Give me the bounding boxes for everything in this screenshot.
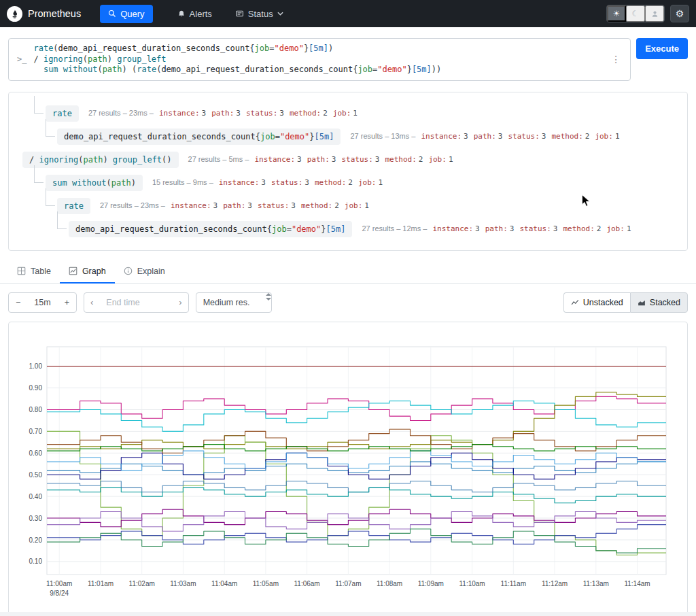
info-icon (124, 267, 133, 275)
tree-node-stats: 27 results – 5ms –instance:3path:3status… (188, 155, 453, 164)
search-icon (108, 10, 116, 18)
range-increase-button[interactable]: + (58, 293, 76, 312)
graph-controls: − 15m + ‹ End time › Medium res. Unstack… (8, 292, 688, 313)
svg-text:11:02am: 11:02am (129, 580, 155, 587)
nav-query-label: Query (120, 9, 144, 19)
result-tabs: Table Graph Explain (0, 260, 696, 284)
tree-row: demo_api_request_duration_seconds_count{… (18, 218, 678, 241)
sun-icon: ☀ (613, 9, 621, 18)
end-time-picker: ‹ End time › (84, 292, 189, 313)
tab-table[interactable]: Table (8, 260, 60, 284)
brand-name: Prometheus (28, 8, 81, 19)
unstacked-label: Unstacked (583, 298, 623, 307)
range-stepper: − 15m + (8, 292, 77, 313)
tree-connector (34, 96, 44, 114)
svg-text:11:11am: 11:11am (501, 580, 526, 587)
end-time-input[interactable]: End time (99, 293, 173, 312)
tree-node-stats: 15 results – 9ms –instance:3status:3meth… (152, 178, 383, 187)
query-editor-row: >_ rate(demo_api_request_duration_second… (8, 38, 688, 81)
moon-icon: ☾ (632, 9, 640, 18)
query-editor[interactable]: >_ rate(demo_api_request_duration_second… (8, 38, 631, 81)
navbar-right: ☀ ☾ ⚙ (606, 5, 689, 22)
code-line: sum without(path) (rate(demo_api_request… (33, 65, 608, 75)
prometheus-logo-icon (7, 6, 22, 22)
svg-text:0.80: 0.80 (29, 406, 43, 413)
code-line: rate(demo_api_request_duration_seconds_c… (33, 44, 608, 54)
tab-graph-label: Graph (82, 267, 106, 276)
tree-node-stats: 27 results – 12ms –instance:3path:3statu… (362, 224, 631, 233)
query-tree: rate27 results – 23ms –instance:3path:3s… (18, 102, 678, 241)
editor-menu-button[interactable]: ⋮ (608, 54, 623, 65)
tree-node-chip[interactable]: / ignoring(path) group_left() (22, 152, 179, 168)
svg-text:1.00: 1.00 (29, 362, 43, 370)
range-decrease-button[interactable]: − (9, 293, 27, 312)
tree-row: demo_api_request_duration_seconds_count{… (18, 125, 678, 148)
time-back-button[interactable]: ‹ (84, 293, 99, 312)
tree-row: sum without(path)15 results – 9ms –insta… (18, 171, 678, 194)
nav-status-link[interactable]: Status (228, 5, 290, 23)
svg-text:0.40: 0.40 (29, 492, 43, 500)
svg-text:11:09am: 11:09am (418, 580, 444, 587)
tab-explain-label: Explain (137, 267, 165, 276)
svg-text:11:03am: 11:03am (170, 580, 196, 587)
svg-text:0.70: 0.70 (29, 427, 43, 434)
tree-node-stats: 27 results – 23ms –instance:3path:3statu… (88, 109, 358, 118)
svg-text:0.20: 0.20 (29, 536, 43, 543)
svg-text:0.30: 0.30 (29, 514, 43, 521)
gear-icon: ⚙ (676, 8, 684, 19)
svg-text:11:13am: 11:13am (583, 580, 609, 587)
tree-connector (34, 165, 44, 183)
svg-text:0.10: 0.10 (29, 558, 43, 565)
table-icon (17, 267, 26, 275)
brand[interactable]: Prometheus (7, 6, 81, 22)
tab-explain[interactable]: Explain (115, 260, 174, 284)
tree-node-stats: 27 results – 23ms –instance:3path:3statu… (100, 201, 369, 210)
time-forward-button[interactable]: › (173, 293, 188, 312)
time-series-chart[interactable]: 11:00am11:01am11:02am11:03am11:04am11:05… (16, 329, 678, 604)
bell-icon (177, 10, 186, 18)
tree-node-chip[interactable]: demo_api_request_duration_seconds_count{… (57, 129, 341, 145)
tree-node-chip[interactable]: demo_api_request_duration_seconds_count{… (69, 221, 352, 237)
footer-strip (0, 612, 696, 616)
nav-query-button[interactable]: Query (100, 5, 152, 23)
status-icon (235, 10, 244, 18)
svg-text:11:10am: 11:10am (459, 580, 485, 587)
tree-row: rate27 results – 23ms –instance:3path:3s… (18, 194, 678, 218)
svg-text:11:14am: 11:14am (624, 580, 650, 587)
chevron-down-icon (277, 12, 283, 16)
resolution-value: Medium res. (196, 293, 257, 312)
theme-dark-button[interactable]: ☾ (626, 5, 645, 22)
tree-node-chip[interactable]: sum without(path) (46, 175, 143, 191)
area-chart-icon (638, 298, 646, 307)
navbar: Prometheus Query Alerts Status ☀ ☾ ⚙ (0, 0, 696, 27)
graph-panel: 11:00am11:01am11:02am11:03am11:04am11:05… (8, 322, 688, 615)
theme-system-button[interactable] (645, 5, 664, 22)
theme-light-button[interactable]: ☀ (607, 5, 626, 22)
svg-text:0.60: 0.60 (29, 449, 43, 456)
nav-alerts-label: Alerts (190, 9, 212, 19)
svg-text:11:12am: 11:12am (542, 580, 568, 587)
code-line: / ignoring(path) group_left (33, 54, 608, 65)
stacking-toggle: Unstacked Stacked (563, 292, 688, 313)
tree-row: rate27 results – 23ms –instance:3path:3s… (18, 102, 678, 125)
svg-text:0.50: 0.50 (29, 470, 43, 478)
svg-text:11:08am: 11:08am (377, 580, 402, 587)
execute-button[interactable]: Execute (636, 38, 688, 59)
prompt-icon: >_ (17, 54, 27, 64)
tree-node-stats: 27 results – 13ms –instance:3path:3statu… (350, 132, 619, 141)
graph-icon (69, 267, 77, 275)
query-tree-panel: rate27 results – 23ms –instance:3path:3s… (8, 92, 688, 251)
stacked-button[interactable]: Stacked (630, 292, 688, 313)
svg-text:9/8/24: 9/8/24 (50, 589, 69, 597)
resolution-select[interactable]: Medium res. (196, 292, 273, 313)
stacked-label: Stacked (650, 298, 680, 307)
tab-graph[interactable]: Graph (60, 260, 115, 284)
svg-text:0.90: 0.90 (29, 384, 43, 392)
settings-button[interactable]: ⚙ (670, 5, 689, 22)
line-chart-icon (571, 298, 579, 307)
range-value[interactable]: 15m (27, 293, 57, 312)
nav-alerts-link[interactable]: Alerts (171, 5, 219, 23)
svg-text:11:01am: 11:01am (88, 580, 114, 587)
unstacked-button[interactable]: Unstacked (563, 292, 630, 313)
svg-text:11:07am: 11:07am (335, 580, 361, 587)
